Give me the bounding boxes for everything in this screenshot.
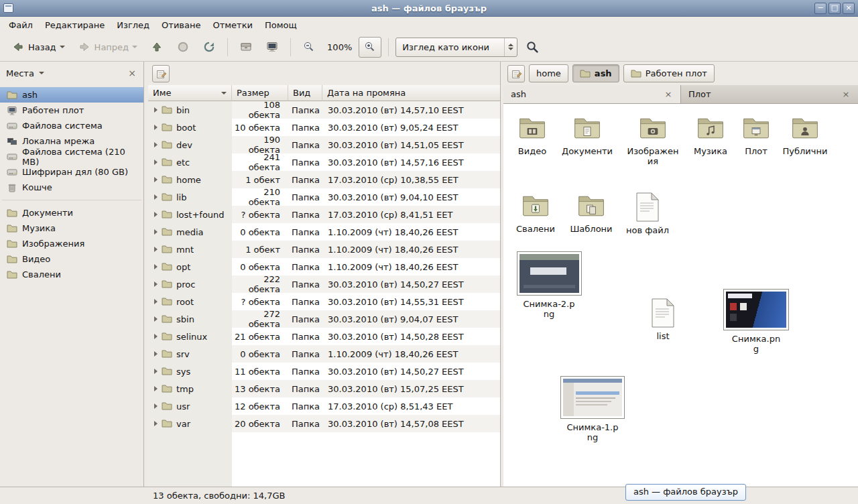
table-row[interactable]: tmp 13 обекта Папка 30.03.2010 (вт) 15,0… xyxy=(148,380,500,397)
expander-icon[interactable] xyxy=(154,421,158,426)
icon-item-new-file[interactable]: нов файл xyxy=(619,192,676,235)
icon-item-snimka-2[interactable]: Снимка-2.png xyxy=(514,251,584,319)
up-button[interactable] xyxy=(145,37,168,58)
table-row[interactable]: boot 10 обекта Папка 30.03.2010 (вт) 9,0… xyxy=(148,119,500,136)
expander-icon[interactable] xyxy=(154,194,158,200)
breadcrumb-desktop[interactable]: Работен плот xyxy=(623,64,715,82)
expander-icon[interactable] xyxy=(154,160,158,165)
sidebar-item-encrypted-80gb[interactable]: Шифриран дял (80 GB) xyxy=(0,164,143,180)
icon-item-documents[interactable]: Документи xyxy=(558,113,616,156)
forward-dropdown-icon[interactable] xyxy=(132,46,137,48)
tab-ash[interactable]: ash xyxy=(503,85,681,103)
expander-icon[interactable] xyxy=(154,247,158,252)
table-row[interactable]: lib 210 обекта Папка 30.03.2010 (вт) 9,0… xyxy=(148,188,500,206)
expander-icon[interactable] xyxy=(154,299,158,304)
breadcrumb-ash[interactable]: ash xyxy=(572,64,619,82)
table-row[interactable]: mnt 1 обект Папка 1.10.2009 (чт) 18,40,2… xyxy=(148,241,500,258)
table-row[interactable]: var 20 обекта Папка 30.03.2010 (вт) 14,5… xyxy=(148,415,500,432)
icon-item-downloads[interactable]: Свалени xyxy=(507,191,564,234)
table-row[interactable]: proc 222 обекта Папка 30.03.2010 (вт) 14… xyxy=(148,275,500,293)
expander-icon[interactable] xyxy=(154,142,158,147)
computer-button[interactable] xyxy=(261,37,284,58)
tab-close-icon[interactable] xyxy=(664,89,673,99)
column-header-size[interactable]: Размер xyxy=(232,85,288,101)
column-header-name[interactable]: Име xyxy=(148,85,232,101)
minimize-icon[interactable] xyxy=(814,3,826,14)
icon-item-pictures[interactable]: Изображения xyxy=(624,113,682,166)
sidebar-title[interactable]: Места xyxy=(6,68,34,78)
combo-arrows-icon[interactable] xyxy=(504,38,517,56)
expander-icon[interactable] xyxy=(154,229,158,235)
sidebar-item-music[interactable]: Музика xyxy=(0,220,143,236)
table-row[interactable]: opt 0 обекта Папка 1.10.2009 (чт) 18,40,… xyxy=(148,258,500,275)
table-row[interactable]: etc 241 обекта Папка 30.03.2010 (вт) 14,… xyxy=(148,153,500,171)
table-row[interactable]: srv 0 обекта Папка 1.10.2009 (чт) 18,40,… xyxy=(148,345,500,363)
icon-item-templates[interactable]: Шаблони xyxy=(562,191,620,234)
table-row[interactable]: home 1 обект Папка 17.03.2010 (ср) 10,38… xyxy=(148,171,500,188)
table-row[interactable]: root ? обекта Папка 30.03.2010 (вт) 14,5… xyxy=(148,293,500,310)
reload-button[interactable] xyxy=(198,37,221,58)
sidebar-mode-dropdown-icon[interactable] xyxy=(39,72,44,74)
expander-icon[interactable] xyxy=(154,212,158,217)
expander-icon[interactable] xyxy=(154,334,158,339)
zoom-out-button[interactable] xyxy=(298,37,320,58)
home-button[interactable] xyxy=(235,37,257,58)
file-name: lost+found xyxy=(176,210,225,220)
back-dropdown-icon[interactable] xyxy=(60,46,65,48)
tab-plot[interactable]: Плот xyxy=(681,85,858,103)
stop-button[interactable] xyxy=(172,37,194,58)
table-row[interactable]: usr 12 обекта Папка 17.03.2010 (ср) 8,51… xyxy=(148,397,500,415)
search-button[interactable] xyxy=(521,37,544,58)
breadcrumb-home[interactable]: home xyxy=(529,64,568,82)
expander-icon[interactable] xyxy=(154,177,158,182)
expander-icon[interactable] xyxy=(154,281,158,287)
location-bar-toggle-button[interactable] xyxy=(507,65,525,82)
sidebar-item-documents[interactable]: Документи xyxy=(0,205,143,220)
icon-item-list-file[interactable]: list xyxy=(634,298,692,341)
table-row[interactable]: sys 11 обекта Папка 30.03.2010 (вт) 14,5… xyxy=(148,363,500,380)
table-row[interactable]: sbin 272 обекта Папка 30.03.2010 (вт) 9,… xyxy=(148,310,500,328)
menu-item[interactable]: Отметки xyxy=(206,17,258,33)
expander-icon[interactable] xyxy=(154,316,158,322)
sidebar-item-downloads[interactable]: Свалени xyxy=(0,267,143,282)
table-row[interactable]: selinux 21 обекта Папка 30.03.2010 (вт) … xyxy=(148,328,500,345)
sidebar-close-icon[interactable] xyxy=(127,68,137,78)
zoom-in-button[interactable] xyxy=(359,37,381,58)
sidebar-item-filesystem[interactable]: Файлова система xyxy=(0,118,143,133)
menu-item[interactable]: Редактиране xyxy=(39,17,111,33)
view-mode-combobox[interactable]: Изглед като икони xyxy=(395,38,517,57)
sidebar-item-trash[interactable]: Кошче xyxy=(0,180,143,195)
menu-item[interactable]: Изглед xyxy=(111,17,156,33)
table-row[interactable]: bin 108 обекта Папка 30.03.2010 (вт) 14,… xyxy=(148,101,500,119)
menu-item[interactable]: Отиване xyxy=(156,17,206,33)
maximize-icon[interactable] xyxy=(829,3,841,14)
close-icon[interactable] xyxy=(843,3,855,14)
menu-item[interactable]: Помощ xyxy=(259,17,303,33)
sidebar-item-ash[interactable]: ash xyxy=(0,87,143,103)
table-row[interactable]: lost+found ? обекта Папка 17.03.2010 (ср… xyxy=(148,206,500,223)
back-button[interactable]: Назад xyxy=(7,37,70,58)
table-row[interactable]: dev 190 обекта Папка 30.03.2010 (вт) 14,… xyxy=(148,136,500,153)
sidebar-item-desktop[interactable]: Работен плот xyxy=(0,103,143,118)
expander-icon[interactable] xyxy=(154,351,158,357)
sidebar-item-pictures[interactable]: Изображения xyxy=(0,236,143,251)
menu-item[interactable]: Файл xyxy=(3,17,39,33)
table-row[interactable]: media 0 обекта Папка 1.10.2009 (чт) 18,4… xyxy=(148,223,500,241)
icon-item-snimka[interactable]: Снимка.png xyxy=(722,289,790,354)
icon-item-snimka-1[interactable]: Снимка-1.png xyxy=(559,376,626,442)
sidebar-item-volume-210mb[interactable]: Файлова система (210 MB) xyxy=(0,149,143,164)
column-header-date[interactable]: Дата на промяна xyxy=(322,85,500,101)
forward-button[interactable]: Напред xyxy=(73,37,142,58)
expander-icon[interactable] xyxy=(154,107,158,113)
icon-item-video[interactable]: Видео xyxy=(503,113,561,156)
icon-item-public[interactable]: Публични xyxy=(776,113,834,156)
column-header-type[interactable]: Вид xyxy=(288,85,322,101)
expander-icon[interactable] xyxy=(154,369,158,374)
sidebar-item-video[interactable]: Видео xyxy=(0,251,143,267)
expander-icon[interactable] xyxy=(154,386,158,391)
expander-icon[interactable] xyxy=(154,403,158,409)
expander-icon[interactable] xyxy=(154,125,158,130)
tab-close-icon[interactable] xyxy=(841,89,851,99)
location-bar-toggle-button[interactable] xyxy=(152,65,170,82)
expander-icon[interactable] xyxy=(154,264,158,269)
